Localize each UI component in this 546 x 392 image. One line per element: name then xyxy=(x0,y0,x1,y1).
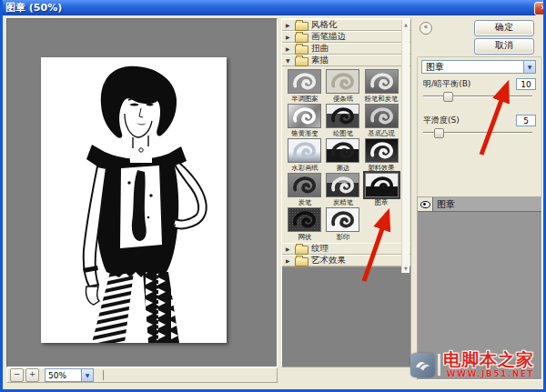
filter-folder[interactable]: ▶风格化 xyxy=(282,19,410,31)
site-logo-icon xyxy=(410,353,435,377)
filter-thumb-image[interactable] xyxy=(288,138,321,163)
filter-thumb-label: 基底凸现 xyxy=(368,129,394,136)
watermark-divider xyxy=(438,354,440,376)
triangle-right-icon: ▶ xyxy=(286,246,292,252)
slider-label: 平滑度(S) xyxy=(423,115,460,126)
slider-value-box[interactable]: 5 xyxy=(516,115,536,126)
titlebar[interactable]: 图章 (50%) ✕ xyxy=(0,0,546,15)
folder-label: 画笔描边 xyxy=(311,31,346,43)
slider-label-row: 明/暗平衡(B)10 xyxy=(423,77,536,91)
filter-thumb-label: 铬黄渐变 xyxy=(291,129,318,136)
statusbar-spacer xyxy=(103,370,274,380)
cancel-button[interactable]: 取消 xyxy=(474,38,534,55)
filter-thumb-label: 塑料效果 xyxy=(368,164,394,171)
filter-thumb[interactable]: 炭笔 xyxy=(287,173,322,206)
triangle-right-icon: ▶ xyxy=(286,45,292,52)
ok-button[interactable]: 确定 xyxy=(474,20,534,36)
filter-thumb[interactable]: 网状 xyxy=(287,207,322,241)
filter-list-scrollbar[interactable]: ▲ ▼ xyxy=(401,20,410,273)
filter-select[interactable]: 图章 ▼ xyxy=(421,60,536,74)
filter-thumb-image[interactable] xyxy=(326,173,359,197)
filter-folder[interactable]: ▶画笔描边 xyxy=(282,31,410,43)
filter-thumb-label: 炭精笔 xyxy=(332,198,352,206)
filter-thumb-label: 图章 xyxy=(375,198,389,206)
zoom-out-button[interactable]: − xyxy=(10,368,24,382)
effect-layer-row[interactable]: 图章 xyxy=(418,197,541,212)
filter-thumb-image[interactable] xyxy=(365,138,399,163)
filter-thumb[interactable]: 塑料效果 xyxy=(363,138,399,172)
folder-label: 纹理 xyxy=(311,243,329,255)
filter-thumb-image[interactable] xyxy=(365,104,399,128)
folder-icon xyxy=(295,246,308,255)
slider-thumb[interactable] xyxy=(434,128,444,138)
filter-thumb[interactable]: 图章 xyxy=(363,173,399,206)
folder-icon xyxy=(295,257,308,266)
filter-thumb[interactable]: 炭精笔 xyxy=(325,173,360,206)
site-name: 电脚本之家 xyxy=(443,350,534,369)
filter-thumb-image[interactable] xyxy=(288,69,321,94)
slider-track[interactable] xyxy=(423,128,536,137)
slider-label-row: 平滑度(S)5 xyxy=(423,114,536,127)
zoom-in-button[interactable]: + xyxy=(25,368,39,382)
filter-select-value: 图章 xyxy=(422,61,523,74)
collapse-panel-icon[interactable]: « xyxy=(420,22,432,35)
preview-image xyxy=(41,57,227,343)
filter-thumb[interactable]: 水彩画纸 xyxy=(287,138,322,172)
filter-thumb-label: 影印 xyxy=(336,233,349,240)
filter-thumb-image[interactable] xyxy=(288,104,321,128)
preview-statusbar: − + 50% ▼ xyxy=(6,367,278,383)
visibility-toggle[interactable] xyxy=(418,197,433,211)
filter-thumb-label: 炭笔 xyxy=(298,198,311,206)
filter-thumb-image[interactable] xyxy=(326,104,359,128)
folder-label: 扭曲 xyxy=(311,43,329,55)
triangle-right-icon: ▶ xyxy=(286,34,292,40)
filter-thumb-image[interactable] xyxy=(326,69,359,94)
slider-group: 明/暗平衡(B)10 xyxy=(423,77,536,101)
close-icon[interactable]: ✕ xyxy=(534,2,546,15)
folder-icon xyxy=(295,22,308,31)
window-title: 图章 (50%) xyxy=(5,1,62,15)
slider-value-box[interactable]: 10 xyxy=(516,78,536,90)
chevron-down-icon[interactable]: ▼ xyxy=(81,369,93,381)
scroll-up-icon[interactable]: ▲ xyxy=(404,22,408,27)
filter-thumb[interactable]: 绘图笔 xyxy=(325,104,360,137)
slider-track[interactable] xyxy=(423,92,536,101)
filter-thumb[interactable]: 撕边 xyxy=(325,138,360,172)
folder-list-bottom: ▶纹理▶艺术效果 xyxy=(282,243,410,266)
watermark: 电脚本之家 WWW.JB51.NET xyxy=(410,350,546,388)
filter-category-panel: ▶风格化▶画笔描边▶扭曲▼素描 半调图案便条纸粉笔和炭笔铬黄渐变绘图笔基底凸现水… xyxy=(281,18,411,367)
scroll-down-icon[interactable]: ▼ xyxy=(404,266,408,271)
filter-thumb-image[interactable] xyxy=(365,69,399,94)
chevron-down-icon[interactable]: ▼ xyxy=(523,61,535,73)
effect-layer-label: 图章 xyxy=(433,197,541,211)
folder-list-top: ▶风格化▶画笔描边▶扭曲▼素描 xyxy=(282,19,410,66)
filter-thumb-image[interactable] xyxy=(326,207,359,232)
zoom-level-select[interactable]: 50% ▼ xyxy=(45,368,94,382)
filter-thumb[interactable]: 铬黄渐变 xyxy=(287,104,322,137)
filter-thumbnail-grid: 半调图案便条纸粉笔和炭笔铬黄渐变绘图笔基底凸现水彩画纸撕边塑料效果炭笔炭精笔图章… xyxy=(282,66,410,243)
slider-thumb[interactable] xyxy=(443,92,453,102)
filter-options-group: 图章 ▼ 明/暗平衡(B)10平滑度(S)5 xyxy=(417,56,542,209)
filter-thumb[interactable]: 半调图案 xyxy=(287,69,322,103)
filter-thumb-label: 便条纸 xyxy=(332,95,352,102)
filter-thumb-image[interactable] xyxy=(326,138,359,163)
filter-thumb-label: 半调图案 xyxy=(291,95,318,102)
filter-thumb[interactable]: 影印 xyxy=(325,207,360,241)
filter-folder[interactable]: ▶扭曲 xyxy=(282,43,410,55)
zoom-level-value: 50% xyxy=(46,371,81,380)
filter-thumb-image[interactable] xyxy=(288,173,321,197)
slider-label: 明/暗平衡(B) xyxy=(423,78,470,89)
filter-folder[interactable]: ▼素描 xyxy=(282,55,410,66)
triangle-down-icon: ▼ xyxy=(286,57,292,64)
folder-icon xyxy=(295,34,308,43)
filter-thumb[interactable]: 基底凸现 xyxy=(363,104,399,137)
filter-thumb-image[interactable] xyxy=(365,173,399,197)
filter-thumb[interactable]: 粉笔和炭笔 xyxy=(363,69,399,103)
filter-folder[interactable]: ▶艺术效果 xyxy=(282,255,410,266)
preview-canvas[interactable] xyxy=(41,57,227,343)
filter-thumb[interactable]: 便条纸 xyxy=(325,69,360,103)
site-url: WWW.JB51.NET xyxy=(447,369,534,378)
watermark-text: 电脚本之家 WWW.JB51.NET xyxy=(443,350,534,378)
filter-thumb-image[interactable] xyxy=(288,207,321,232)
filter-folder[interactable]: ▶纹理 xyxy=(282,243,410,255)
